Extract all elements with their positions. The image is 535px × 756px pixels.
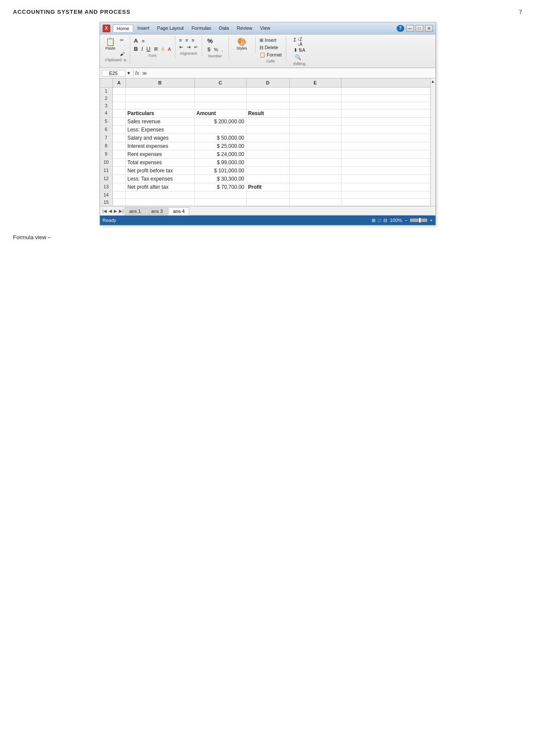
insert-cells-button[interactable]: ⊞ Insert xyxy=(258,37,278,44)
page-break-view-icon[interactable]: ⊟ xyxy=(383,218,387,223)
cell-5b[interactable]: Sales revenue xyxy=(126,118,195,125)
help-button[interactable]: ? xyxy=(397,25,404,32)
cell-5e[interactable] xyxy=(290,118,341,125)
cell-5a[interactable] xyxy=(113,118,126,125)
font-family-button[interactable]: A xyxy=(133,37,139,44)
cell-1d[interactable] xyxy=(247,87,290,94)
cell-5d[interactable] xyxy=(247,118,290,125)
clipboard-expand-icon[interactable]: ⧉ xyxy=(124,58,126,62)
cell-7c[interactable]: $ 50,000.00 xyxy=(195,134,247,142)
cell-14d[interactable] xyxy=(247,191,290,198)
formula-bar-expand-icon[interactable]: ≫ xyxy=(142,70,147,76)
cell-12d[interactable] xyxy=(247,175,290,183)
col-header-c[interactable]: C xyxy=(195,78,247,87)
cell-9d[interactable] xyxy=(247,150,290,158)
cell-10c[interactable]: $ 99,000.00 xyxy=(195,159,247,166)
find-button[interactable]: 🔍 xyxy=(294,54,303,61)
cell-3d[interactable] xyxy=(247,102,290,109)
currency-button[interactable]: $ xyxy=(206,46,212,53)
cell-13d[interactable]: Profit xyxy=(247,183,290,191)
tab-home[interactable]: Home xyxy=(113,25,133,32)
delete-cells-button[interactable]: ⊟ Delete xyxy=(258,44,280,51)
number-format-button[interactable]: % xyxy=(206,37,214,45)
cell-13c[interactable]: $ 70,700.00 xyxy=(195,183,247,191)
cell-7d[interactable] xyxy=(247,134,290,142)
cell-3a[interactable] xyxy=(113,102,126,109)
zoom-minus-icon[interactable]: − xyxy=(405,218,407,223)
cell-15b[interactable] xyxy=(126,199,195,206)
italic-button[interactable]: I xyxy=(140,45,144,53)
bold-button[interactable]: B xyxy=(133,45,139,53)
cell-2a[interactable] xyxy=(113,95,126,102)
tab-formulas[interactable]: Formulas xyxy=(188,25,215,32)
percent-button[interactable]: % xyxy=(213,46,219,53)
cell-7a[interactable] xyxy=(113,134,126,142)
sheet-tab-ans3[interactable]: ans 3 xyxy=(147,207,168,215)
border-button[interactable]: ⊞ xyxy=(153,46,159,52)
cell-2d[interactable] xyxy=(247,95,290,102)
cell-9b[interactable]: Rent expenses xyxy=(126,150,195,158)
paste-button[interactable]: 📋 Paste xyxy=(104,37,117,51)
align-center-button[interactable]: ≡ xyxy=(184,37,189,43)
cell-11b[interactable]: Net profit before tax xyxy=(126,167,195,175)
tab-view[interactable]: View xyxy=(257,25,274,32)
cell-15d[interactable] xyxy=(247,199,290,206)
cell-7b[interactable]: Salary and wages xyxy=(126,134,195,142)
sheet-tab-ans1[interactable]: ans 1 xyxy=(125,207,146,215)
cell-15e[interactable] xyxy=(290,199,341,206)
cell-11c[interactable]: $ 101,000.00 xyxy=(195,167,247,175)
sheet-nav-next[interactable]: ▶ xyxy=(113,209,118,213)
close-button[interactable]: ✕ xyxy=(425,25,433,32)
cell-9a[interactable] xyxy=(113,150,126,158)
cell-2e[interactable] xyxy=(290,95,341,102)
font-size-button[interactable]: ≡ xyxy=(141,38,146,44)
cell-12b[interactable]: Less: Tax expenses xyxy=(126,175,195,183)
cell-5c[interactable]: $ 200,000.00 xyxy=(195,118,247,125)
sheet-tab-ans4[interactable]: ans 4 xyxy=(169,207,190,215)
grid-view-icon[interactable]: ⊞ xyxy=(372,218,375,223)
underline-button[interactable]: U xyxy=(145,45,152,53)
indent-decrease-button[interactable]: ⇤ xyxy=(178,44,185,50)
cell-14b[interactable] xyxy=(126,191,195,198)
copy-button[interactable]: 📄 xyxy=(119,44,127,50)
comma-button[interactable]: , xyxy=(220,46,224,53)
cell-12e[interactable] xyxy=(290,175,341,183)
cell-6d[interactable] xyxy=(247,126,290,134)
align-left-button[interactable]: ≡ xyxy=(178,37,183,43)
cell-14e[interactable] xyxy=(290,191,341,198)
cell-9e[interactable] xyxy=(290,150,341,158)
cell-13e[interactable] xyxy=(290,183,341,191)
cell-6b[interactable]: Less: Expenses xyxy=(126,126,195,134)
col-header-b[interactable]: B xyxy=(126,78,195,87)
cell-8a[interactable] xyxy=(113,142,126,150)
font-color-button[interactable]: A xyxy=(166,46,172,52)
zoom-slider[interactable] xyxy=(410,219,427,222)
tab-insert[interactable]: Insert xyxy=(134,25,153,32)
cell-6e[interactable] xyxy=(290,126,341,134)
vertical-scrollbar[interactable]: ▲ xyxy=(430,78,435,206)
cell-3c[interactable] xyxy=(195,102,247,109)
cell-11d[interactable] xyxy=(247,167,290,175)
cell-10b[interactable]: Total expenses xyxy=(126,159,195,166)
formula-bar-dropdown-icon[interactable]: ▼ xyxy=(127,71,131,75)
cell-reference-input[interactable] xyxy=(102,70,125,77)
cut-button[interactable]: ✂ xyxy=(119,37,127,44)
cell-1c[interactable] xyxy=(195,87,247,94)
cell-3b[interactable] xyxy=(126,102,195,109)
cell-14c[interactable] xyxy=(195,191,247,198)
cell-11a[interactable] xyxy=(113,167,126,175)
cell-3e[interactable] xyxy=(290,102,341,109)
cell-11e[interactable] xyxy=(290,167,341,175)
zoom-plus-icon[interactable]: + xyxy=(430,218,432,223)
tab-review[interactable]: Review xyxy=(233,25,256,32)
col-header-d[interactable]: D xyxy=(247,78,290,87)
cell-4d[interactable]: Result xyxy=(247,109,290,117)
cell-12c[interactable]: $ 30,300.00 xyxy=(195,175,247,183)
cell-4e[interactable] xyxy=(290,109,341,117)
cell-6a[interactable] xyxy=(113,126,126,134)
col-header-a[interactable]: A xyxy=(113,78,126,87)
scroll-up-icon[interactable]: ▲ xyxy=(431,79,435,84)
cell-10d[interactable] xyxy=(247,159,290,166)
minimize-button[interactable]: — xyxy=(406,25,414,32)
indent-increase-button[interactable]: ⇥ xyxy=(185,44,192,50)
